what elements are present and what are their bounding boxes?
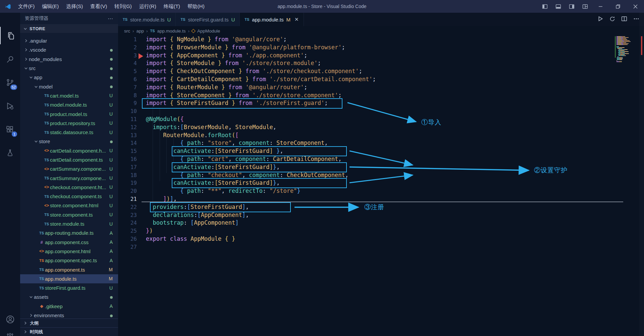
- tree-folder-.vscode[interactable]: .vscode: [20, 45, 118, 54]
- run-debug-icon[interactable]: [0, 97, 20, 115]
- tab-store.module.ts[interactable]: TSstore.module.tsU: [118, 13, 176, 26]
- tree-file-app.component.css[interactable]: #app.component.cssA: [20, 238, 118, 247]
- code-line[interactable]: 12 imports:[BrowserModule, StoreModule,: [118, 123, 619, 131]
- tree-file-store.component.html[interactable]: <>store.component.htmlU: [20, 201, 118, 210]
- close-tab-icon[interactable]: ✕: [294, 16, 299, 22]
- code-line[interactable]: 9import { StoreFirstGuard } from './stor…: [118, 99, 619, 107]
- menu-item[interactable]: 终端(T): [160, 0, 184, 13]
- tree-file-storeFirst.guard.ts[interactable]: TSstoreFirst.guard.tsU: [20, 283, 118, 292]
- toggle-panel-icon[interactable]: [551, 0, 565, 13]
- menu-item[interactable]: 编辑(E): [38, 0, 62, 13]
- git-changes-dot: [110, 58, 113, 61]
- tree-file-cartDetail.component.ts[interactable]: TScartDetail.component.tsU: [20, 155, 118, 164]
- tree-file-cartDetail.component.h...[interactable]: <>cartDetail.component.h...U: [20, 146, 118, 155]
- menu-item[interactable]: 帮助(H): [184, 0, 208, 13]
- tree-folder-model[interactable]: model: [20, 82, 118, 91]
- code-line[interactable]: 21 ])],: [118, 195, 619, 203]
- tree-file-.gitkeep[interactable]: ◆.gitkeepA: [20, 302, 118, 311]
- tree-folder-.angular[interactable]: .angular: [20, 36, 118, 45]
- code-line[interactable]: 4import { StoreModule } from './store/st…: [118, 59, 619, 67]
- menu-item[interactable]: 选择(S): [62, 0, 87, 13]
- tree-file-cartSummary.compone...[interactable]: <>cartSummary.compone...U: [20, 164, 118, 173]
- code-line[interactable]: 16 { path: "cart", component: CartDetail…: [118, 155, 619, 163]
- tree-folder-app[interactable]: app: [20, 73, 118, 82]
- code-line[interactable]: 24 bootstrap: [AppComponent]: [118, 219, 619, 227]
- minimap[interactable]: [616, 36, 637, 63]
- code-line[interactable]: 3import { AppComponent } from './app.com…: [118, 52, 619, 60]
- toggle-sidebar-icon[interactable]: [538, 0, 551, 13]
- code-line[interactable]: 8import { StoreComponent } from './store…: [118, 92, 619, 100]
- tree-file-app-routing.module.ts[interactable]: TSapp-routing.module.tsA: [20, 228, 118, 237]
- accounts-icon[interactable]: [0, 311, 20, 328]
- breadcrumb-item[interactable]: src: [124, 29, 130, 34]
- search-icon[interactable]: [0, 51, 20, 68]
- code-line[interactable]: 13 RouterModule.forRoot([: [118, 131, 619, 139]
- tree-folder-assets[interactable]: assets: [20, 292, 118, 301]
- more-actions-icon[interactable]: [633, 16, 639, 23]
- menu-item[interactable]: 运行(R): [136, 0, 160, 13]
- tree-file-app.module.ts[interactable]: TSapp.module.tsM: [20, 274, 118, 283]
- sidebar-more-actions-icon[interactable]: ⋯: [108, 15, 113, 22]
- tree-file-cartSummary.compone...[interactable]: TScartSummary.compone...U: [20, 173, 118, 182]
- tree-file-app.component.spec.ts[interactable]: TSapp.component.spec.tsA: [20, 256, 118, 265]
- tree-file-static.datasource.ts[interactable]: TSstatic.datasource.tsU: [20, 128, 118, 137]
- tree-file-checkout.component.ht...[interactable]: <>checkout.component.ht...U: [20, 183, 118, 192]
- tree-file-store.module.ts[interactable]: TSstore.module.tsU: [20, 219, 118, 228]
- source-control-icon[interactable]: 52: [0, 74, 20, 91]
- code-line[interactable]: 11@NgModule({: [118, 115, 619, 123]
- code-token: canActivate: [173, 148, 211, 154]
- panel-outline[interactable]: 大纲: [20, 319, 118, 327]
- menu-item[interactable]: 查看(V): [87, 0, 111, 13]
- menu-item[interactable]: 文件(F): [14, 0, 38, 13]
- tree-file-model.module.ts[interactable]: TSmodel.module.tsU: [20, 100, 118, 109]
- tree-folder-node_modules[interactable]: node_modules: [20, 55, 118, 64]
- code-line[interactable]: 5import { CheckOutComponent } from './st…: [118, 67, 619, 75]
- tree-folder-store[interactable]: store: [20, 137, 118, 146]
- menu-item[interactable]: 转到(G): [111, 0, 136, 13]
- code-line[interactable]: 27: [118, 243, 619, 251]
- tab-app.module.ts[interactable]: TSapp.module.tsM✕: [240, 13, 304, 26]
- tree-file-checkout.component.ts[interactable]: TScheckout.component.tsU: [20, 192, 118, 201]
- split-editor-icon[interactable]: [621, 16, 627, 23]
- explorer-icon[interactable]: [0, 27, 20, 44]
- tree-file-product.model.ts[interactable]: TSproduct.model.tsU: [20, 109, 118, 118]
- breadcrumb-item[interactable]: app: [137, 29, 144, 34]
- tree-item-label: model.module.ts: [50, 102, 87, 108]
- section-header-store[interactable]: STORE: [20, 24, 118, 33]
- panel-timeline[interactable]: 时间线: [20, 327, 118, 336]
- breadcrumb-item[interactable]: AppModule: [197, 29, 220, 34]
- code-line[interactable]: 26export class AppModule { }: [118, 235, 619, 243]
- tree-file-product.repository.ts[interactable]: TSproduct.repository.tsU: [20, 119, 118, 128]
- code-line[interactable]: 25}): [118, 227, 619, 235]
- settings-gear-icon[interactable]: [0, 328, 20, 336]
- code-line[interactable]: 23 declarations:[AppComponent],: [118, 211, 619, 219]
- code-line[interactable]: 14 { path: "store", component: StoreComp…: [118, 139, 619, 147]
- extensions-icon[interactable]: 1: [0, 121, 20, 138]
- sync-icon[interactable]: [609, 16, 615, 23]
- editor-scrollbar[interactable]: [639, 13, 644, 336]
- customize-layout-icon[interactable]: [578, 0, 592, 13]
- tab-storeFirst.guard.ts[interactable]: TSstoreFirst.guard.tsU: [176, 13, 240, 26]
- minimize-button[interactable]: [592, 0, 609, 13]
- tree-file-app.component.html[interactable]: <>app.component.htmlA: [20, 247, 118, 256]
- code-line[interactable]: 2import { BrowserModule } from '@angular…: [118, 44, 619, 52]
- code-line[interactable]: 20 { path: "**", redirectTo: "/store"}: [118, 187, 619, 195]
- code-token: BrowserModule: [184, 124, 228, 130]
- restore-button[interactable]: [609, 0, 627, 13]
- code-line[interactable]: 19 canActivate:[StoreFirstGuard]},: [118, 179, 619, 187]
- tree-folder-src[interactable]: src: [20, 64, 118, 73]
- testing-icon[interactable]: [0, 144, 20, 162]
- code-line[interactable]: 15 canActivate:[StoreFirstGuard] },: [118, 147, 619, 155]
- code-line[interactable]: 6import { CartDetailComponent } from './…: [118, 75, 619, 83]
- toggle-secondary-sidebar-icon[interactable]: [565, 0, 578, 13]
- tree-file-store.component.ts[interactable]: TSstore.component.tsU: [20, 210, 118, 219]
- run-file-icon[interactable]: [597, 16, 603, 23]
- code-line[interactable]: 7import { RouterModule } from '@angular/…: [118, 83, 619, 92]
- tree-file-cart.model.ts[interactable]: TScart.model.tsU: [20, 91, 118, 100]
- line-number: 6: [118, 75, 137, 83]
- breadcrumb-item[interactable]: app.module.ts: [157, 29, 186, 34]
- tree-file-app.component.ts[interactable]: TSapp.component.tsM: [20, 265, 118, 274]
- code-line[interactable]: 10: [118, 107, 619, 115]
- close-button[interactable]: [627, 0, 644, 13]
- code-line[interactable]: 1import { NgModule } from '@angular/core…: [118, 36, 619, 44]
